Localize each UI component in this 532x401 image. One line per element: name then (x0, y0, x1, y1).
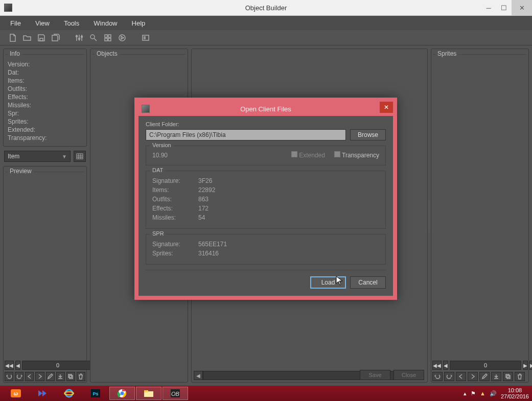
sprites-nav-input[interactable] (450, 361, 521, 370)
svg-text:ω: ω (14, 391, 18, 396)
settings-sliders-icon[interactable] (75, 33, 84, 42)
sprites-nav-last[interactable]: ▶▶ (529, 361, 532, 370)
center-close-button[interactable]: Close (394, 370, 424, 380)
type-combo-value: Item (8, 153, 19, 160)
taskbar-photoshop-icon[interactable]: Ps (83, 387, 108, 400)
svg-rect-13 (70, 375, 73, 379)
extended-checkbox[interactable] (291, 151, 297, 157)
cancel-button[interactable]: Cancel (350, 276, 386, 289)
dialog-close-button[interactable]: ✕ (380, 102, 393, 113)
menu-help[interactable]: Help (132, 19, 146, 27)
minimize-button[interactable]: ─ (481, 0, 496, 15)
sprites-duplicate-icon[interactable] (503, 372, 513, 381)
nav-first-button[interactable]: ◀◀ (5, 361, 14, 370)
taskbar-explorer-icon[interactable] (136, 387, 161, 400)
preview-action-row (4, 371, 86, 382)
tray-clock[interactable]: 10:08 27/02/2016 (501, 387, 529, 399)
play-icon[interactable] (118, 33, 127, 42)
info-transparency: Transparency: (8, 134, 82, 142)
load-button[interactable]: Load (310, 276, 346, 289)
dat-items-v: 22892 (198, 185, 215, 195)
sprites-export-icon[interactable] (491, 372, 501, 381)
sprites-undo-icon[interactable] (432, 372, 443, 381)
open-client-files-dialog: Open Client Files ✕ Client Folder: Brows… (134, 98, 397, 300)
dat-signature-k: Signature: (152, 176, 198, 185)
back-arrow-icon[interactable] (25, 372, 34, 381)
dat-items-k: Items: (152, 185, 198, 195)
grid-toggle-button[interactable] (74, 151, 86, 162)
grid-icon[interactable] (103, 33, 112, 42)
save-icon[interactable] (37, 33, 46, 42)
dat-outfits-v: 863 (198, 195, 209, 204)
export-icon[interactable] (56, 372, 65, 381)
version-value: 10.90 (152, 152, 168, 159)
sprites-nav-next[interactable]: ▶ (523, 361, 528, 370)
center-save-button[interactable]: Save (360, 370, 390, 380)
dat-effects-v: 172 (198, 204, 209, 213)
sprites-nav-first[interactable]: ◀◀ (432, 361, 442, 370)
forward-arrow-icon[interactable] (35, 372, 44, 381)
edit-icon[interactable] (46, 372, 55, 381)
dat-fieldset: DAT Signature:3F26 Items:22892 Outfits:8… (146, 171, 386, 229)
dat-legend: DAT (150, 167, 165, 173)
sprites-back-icon[interactable] (456, 372, 466, 381)
center-action-buttons: Save Close (360, 370, 424, 380)
undo-icon[interactable] (5, 372, 13, 381)
open-folder-icon[interactable] (22, 33, 32, 42)
svg-rect-25 (144, 390, 148, 392)
sprites-nav-prev[interactable]: ◀ (443, 361, 448, 370)
dialog-icon (142, 105, 150, 113)
sprites-delete-icon[interactable] (515, 372, 525, 381)
menu-file[interactable]: File (10, 19, 21, 27)
transparency-checkbox[interactable] (334, 151, 340, 157)
info-effects: Effects: (8, 93, 82, 101)
nav-index-input[interactable] (22, 361, 94, 370)
taskbar-media-icon[interactable] (30, 387, 55, 400)
sprites-action-row (431, 371, 528, 382)
dat-outfits-k: Outfits: (152, 195, 198, 204)
close-button[interactable]: ✕ (512, 0, 532, 15)
taskbar-objectbuilder-icon[interactable]: OB (163, 387, 188, 400)
new-file-icon[interactable] (8, 33, 17, 42)
redo-icon[interactable] (15, 372, 24, 381)
system-tray[interactable]: ▴ ⚑ ▲ 🔊 10:08 27/02/2016 (464, 387, 529, 399)
taskbar-ie-icon[interactable] (56, 387, 82, 400)
type-combo[interactable]: Item ▼ (4, 151, 71, 162)
maximize-button[interactable]: ☐ (496, 0, 512, 15)
svg-rect-12 (68, 374, 72, 378)
sprites-list[interactable] (431, 58, 528, 360)
browse-button[interactable]: Browse (350, 129, 386, 140)
taskbar-xampp-icon[interactable]: ω (3, 387, 29, 400)
delete-icon[interactable] (77, 372, 85, 381)
extended-checkbox-wrap[interactable]: Extended (291, 151, 325, 159)
duplicate-icon[interactable] (66, 372, 75, 381)
log-icon[interactable] (141, 33, 150, 42)
info-extended: Extended: (8, 126, 82, 134)
tray-date: 27/02/2016 (501, 393, 529, 399)
version-fieldset: Version 10.90 Extended Transparency (146, 146, 386, 166)
tray-volume-icon[interactable]: 🔊 (490, 390, 497, 397)
menu-view[interactable]: View (35, 19, 50, 27)
info-sprites: Sprites: (8, 117, 82, 126)
taskbar[interactable]: ω Ps OB ▴ ⚑ ▲ 🔊 10:08 27/02/2016 (0, 386, 532, 401)
save-all-icon[interactable] (51, 33, 60, 42)
nav-prev-button[interactable]: ◀ (15, 361, 20, 370)
search-icon[interactable] (89, 33, 98, 42)
dat-missiles-v: 54 (198, 213, 205, 222)
client-folder-input[interactable] (146, 129, 346, 140)
selector-row: Item ▼ (3, 150, 87, 163)
dialog-titlebar[interactable]: Open Client Files ✕ (138, 102, 393, 116)
transparency-label: Transparency (342, 152, 379, 159)
menu-tools[interactable]: Tools (64, 19, 79, 27)
tray-show-hidden-icon[interactable]: ▴ (464, 390, 467, 397)
transparency-checkbox-wrap[interactable]: Transparency (334, 151, 379, 159)
tray-flag-icon[interactable]: ⚑ (471, 390, 476, 397)
scroll-left-button[interactable]: ◀ (194, 371, 203, 380)
menu-window[interactable]: Window (94, 19, 117, 27)
taskbar-chrome-icon[interactable] (109, 387, 135, 400)
sprites-forward-icon[interactable] (468, 372, 478, 381)
sprites-redo-icon[interactable] (444, 372, 454, 381)
info-panel: Info Version: Dat: Items: Outfits: Effec… (3, 49, 87, 147)
sprites-edit-icon[interactable] (479, 372, 490, 381)
tray-warning-icon[interactable]: ▲ (480, 390, 485, 396)
